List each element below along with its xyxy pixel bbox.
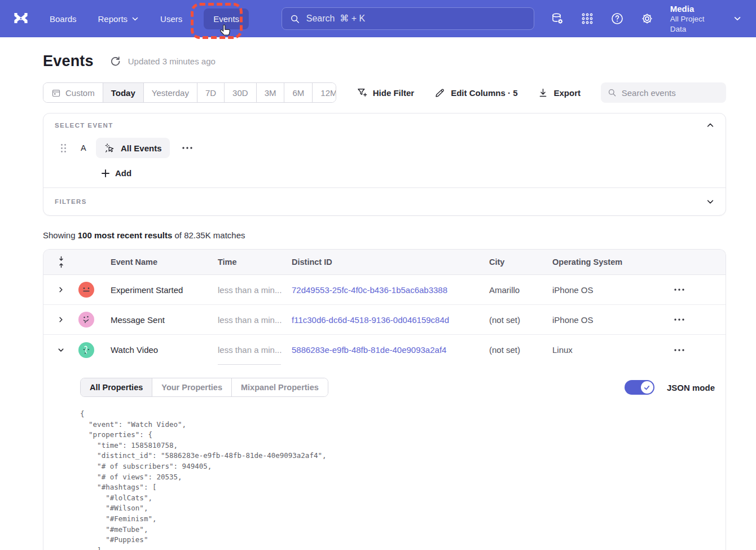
segment-label: Today xyxy=(111,88,135,98)
all-events-selector[interactable]: All Events xyxy=(96,138,170,158)
event-more-button[interactable] xyxy=(179,144,195,152)
mixpanel-logo-icon[interactable] xyxy=(11,9,30,28)
table-header-row: Event Name Time Distinct ID City Operati… xyxy=(43,250,726,275)
cell-time: less than a min... xyxy=(218,275,292,304)
more-horizontal-icon xyxy=(182,146,193,150)
col-header-distinct-id[interactable]: Distinct ID xyxy=(292,257,489,267)
add-row: Add xyxy=(55,168,714,187)
cell-city: Amarillo xyxy=(489,285,552,295)
global-search[interactable] xyxy=(282,7,534,30)
event-avatar xyxy=(78,342,94,358)
refresh-icon[interactable] xyxy=(110,56,121,67)
event-detail-panel: All Properties Your Properties Mixpanel … xyxy=(43,365,726,550)
nav-item-events[interactable]: Events xyxy=(204,8,249,29)
cell-distinct-id-link[interactable]: 5886283e-e9fb-48fb-81de-40e9093a2af4 xyxy=(292,345,489,355)
event-avatar xyxy=(78,282,94,298)
nav-item-label: Users xyxy=(160,14,182,24)
date-range-custom[interactable]: Custom xyxy=(43,83,103,102)
drag-handle-icon[interactable] xyxy=(60,143,67,153)
page-title: Events xyxy=(43,53,94,70)
col-header-city[interactable]: City xyxy=(489,257,552,267)
date-range-today[interactable]: Today xyxy=(103,83,144,102)
date-range-3m[interactable]: 3M xyxy=(257,83,285,102)
settings-gear-icon[interactable] xyxy=(640,12,654,25)
org-name: Media xyxy=(670,3,717,15)
col-header-event-name[interactable]: Event Name xyxy=(111,257,218,267)
segment-label: Yesterday xyxy=(152,88,189,98)
select-event-section: SELECT EVENT A xyxy=(43,114,726,187)
top-navbar: Boards Reports Users Events xyxy=(0,0,756,37)
row-expand-button[interactable] xyxy=(43,316,78,323)
json-mode-control: JSON mode xyxy=(625,380,715,395)
row-more-button[interactable] xyxy=(668,318,726,321)
nav-item-label: Boards xyxy=(50,14,77,24)
main-content: Events Updated 3 minutes ago Cus xyxy=(0,53,756,550)
avatar-face-icon xyxy=(78,342,94,358)
global-search-input[interactable] xyxy=(306,14,526,24)
avatar-face-icon xyxy=(78,282,94,298)
sort-arrows-icon xyxy=(58,256,65,268)
cell-os: Linux xyxy=(552,345,668,355)
json-mode-toggle[interactable] xyxy=(625,380,654,395)
col-header-os[interactable]: Operating System xyxy=(552,257,668,267)
cell-city: (not set) xyxy=(489,315,552,325)
cell-distinct-id-link[interactable]: f11c30d6-dc6d-4518-9136-0d046159c84d xyxy=(292,315,489,325)
segment-label: 30D xyxy=(232,88,248,98)
primary-nav: Boards Reports Users Events xyxy=(50,8,249,29)
row-more-button[interactable] xyxy=(668,288,726,291)
hide-filter-button[interactable]: Hide Filter xyxy=(357,87,414,98)
chevron-up-icon[interactable] xyxy=(706,121,714,129)
col-header-time[interactable]: Time xyxy=(218,257,292,267)
segment-label: 6M xyxy=(292,88,304,98)
navbar-right: Media All Project Data xyxy=(534,3,745,34)
row-more-button[interactable] xyxy=(668,348,726,352)
nav-item-label: Reports xyxy=(98,14,128,24)
chevron-down-icon[interactable] xyxy=(733,14,741,23)
filters-section-header[interactable]: FILTERS xyxy=(43,188,726,215)
date-range-6m[interactable]: 6M xyxy=(284,83,313,102)
add-event-button[interactable]: Add xyxy=(101,168,131,178)
search-events-box[interactable] xyxy=(601,82,726,103)
cell-event-name: Experiment Started xyxy=(111,285,218,295)
cell-distinct-id-link[interactable]: 72d49553-25fc-4f0c-b436-1b5ac6ab3388 xyxy=(292,285,489,295)
toggle-knob xyxy=(641,381,653,394)
table-row[interactable]: Message Sent less than a min... f11c30d6… xyxy=(43,305,726,335)
help-icon[interactable] xyxy=(610,12,624,25)
apps-grid-icon[interactable] xyxy=(581,12,594,25)
search-icon xyxy=(290,14,300,24)
data-management-icon[interactable] xyxy=(551,12,564,25)
table-row-expanded[interactable]: Watch Video less than a min... 5886283e-… xyxy=(43,335,726,365)
toolbar: Custom Today Yesterday 7D 30D 3M 6M 12M … xyxy=(43,82,726,103)
nav-item-reports[interactable]: Reports xyxy=(98,14,139,24)
tab-mixpanel-properties[interactable]: Mixpanel Properties xyxy=(232,378,328,396)
date-range-yesterday[interactable]: Yesterday xyxy=(144,83,197,102)
tab-your-properties[interactable]: Your Properties xyxy=(152,378,232,396)
step-letter: A xyxy=(81,143,86,152)
segment-label: 3M xyxy=(265,88,276,98)
nav-item-boards[interactable]: Boards xyxy=(50,14,77,24)
search-events-input[interactable] xyxy=(622,88,719,98)
event-avatar xyxy=(78,312,94,328)
magic-cursor-icon xyxy=(104,142,116,154)
download-icon xyxy=(538,88,548,98)
date-range-12m[interactable]: 12M xyxy=(313,83,336,102)
edit-columns-button[interactable]: Edit Columns · 5 xyxy=(434,87,517,98)
sort-order-control[interactable] xyxy=(43,256,78,268)
export-button[interactable]: Export xyxy=(538,88,581,98)
chevron-down-icon[interactable] xyxy=(706,198,714,206)
check-icon xyxy=(643,384,650,391)
date-range-30d[interactable]: 30D xyxy=(225,83,257,102)
nav-item-users[interactable]: Users xyxy=(160,14,182,24)
filters-label: FILTERS xyxy=(55,198,87,205)
tab-all-properties[interactable]: All Properties xyxy=(81,378,152,396)
row-collapse-button[interactable] xyxy=(43,347,78,353)
nav-item-label: Events xyxy=(213,14,239,24)
row-expand-button[interactable] xyxy=(43,286,78,293)
segment-label: 12M xyxy=(320,88,336,98)
table-row[interactable]: Experiment Started less than a min... 72… xyxy=(43,275,726,305)
segment-label: Custom xyxy=(65,88,95,98)
project-selector[interactable]: Media All Project Data xyxy=(670,3,717,34)
date-range-7d[interactable]: 7D xyxy=(197,83,225,102)
calendar-icon xyxy=(51,88,61,98)
select-event-header[interactable]: SELECT EVENT xyxy=(55,121,714,129)
